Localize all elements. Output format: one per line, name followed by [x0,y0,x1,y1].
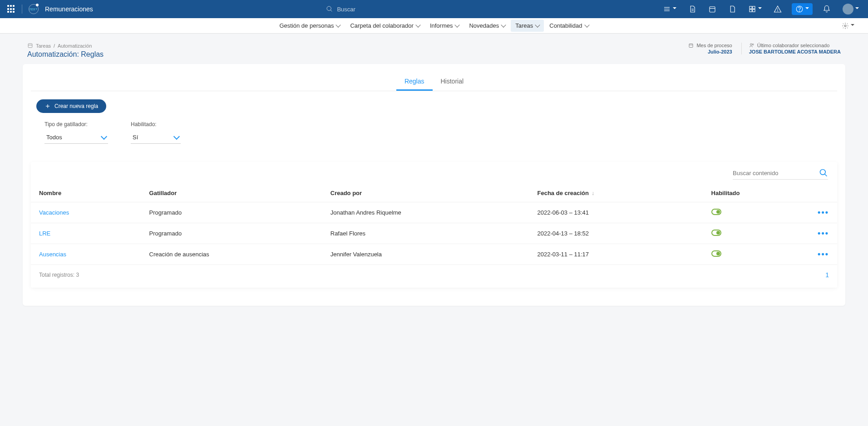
row-actions-button[interactable]: ••• [818,208,829,217]
column-header[interactable] [809,184,837,202]
plus-icon [44,103,51,109]
sub-nav-item-5[interactable]: Contabilidad [545,20,593,32]
filter-trigger-type: Tipo de gatillador: Todos [44,121,108,144]
row-actions-button[interactable]: ••• [818,250,829,259]
enabled-toggle[interactable] [711,209,721,215]
table-row: AusenciasCreación de ausenciasJennifer V… [31,244,837,265]
trigger-type-select[interactable]: Todos [44,131,108,144]
svg-point-26 [820,170,826,175]
grid-icon[interactable] [746,3,764,15]
breadcrumb-current: Automatización [58,43,92,49]
help-button[interactable] [792,3,813,15]
table-search-input[interactable] [733,170,814,176]
document-icon[interactable] [686,3,698,15]
column-header[interactable]: Nombre [31,184,141,202]
table-footer: Total registros: 3 1 [31,265,837,279]
page-icon[interactable] [726,3,738,15]
bell-icon[interactable] [821,3,833,15]
chevron-down-icon [101,133,107,139]
rule-date: 2022-04-13 – 18:52 [529,223,703,244]
table-search-box[interactable] [733,168,828,180]
tab-historial[interactable]: Historial [433,77,472,91]
breadcrumb-icon [27,43,33,49]
rule-trigger: Programado [141,202,322,223]
rule-creator: Rafael Flores [322,223,529,244]
avatar-icon [843,4,853,15]
svg-rect-9 [750,6,752,9]
user-menu[interactable] [841,2,861,16]
app-logo-icon[interactable]: rex+ [29,4,39,14]
enabled-toggle[interactable] [711,230,721,236]
column-header[interactable]: Habilitado [703,184,810,202]
svg-rect-11 [750,10,752,12]
column-header[interactable]: Creado por [322,184,529,202]
warning-icon[interactable] [772,3,784,15]
process-month: Mes de proceso Julio-2023 [681,43,732,54]
svg-point-17 [844,25,846,27]
sub-nav-item-0[interactable]: Gestión de personas [275,20,345,32]
svg-point-14 [778,10,778,11]
svg-point-23 [752,44,754,45]
top-bar-left: rex+ Remuneraciones [7,4,93,14]
create-rule-button[interactable]: Crear nueva regla [36,99,106,113]
sub-nav-item-1[interactable]: Carpeta del colaborador [345,20,424,32]
chevron-down-icon [415,22,420,27]
menu-list-icon[interactable] [661,3,678,15]
sub-nav-item-3[interactable]: Novedades [464,20,510,32]
svg-rect-20 [689,44,693,48]
pagination-page[interactable]: 1 [825,271,829,279]
enabled-select[interactable]: Sí [131,131,181,144]
rules-table: NombreGatilladorCreado porFecha de creac… [31,184,837,265]
app-name: Remuneraciones [45,5,93,13]
rule-creator: Jonathan Andres Riquelme [322,202,529,223]
sort-arrow-icon: ↓ [592,190,594,196]
sub-nav-item-4[interactable]: Tareas [511,20,544,32]
svg-rect-18 [28,44,32,48]
main-card: ReglasHistorial Crear nueva regla Tipo d… [23,64,845,306]
tab-reglas[interactable]: Reglas [396,77,433,91]
enabled-toggle[interactable] [711,250,721,257]
calendar-small-icon [688,43,694,48]
top-bar-right [661,2,861,16]
chevron-down-icon [501,22,506,27]
rule-name-link[interactable]: LRE [39,230,50,237]
last-collaborator: Último colaborador seleccionado JOSE BAR… [741,43,841,54]
header-meta-group: Mes de proceso Julio-2023 Último colabor… [681,43,841,54]
settings-gear-icon[interactable] [842,22,854,29]
rule-date: 2022-06-03 – 13:41 [529,202,703,223]
rule-trigger: Creación de ausencias [141,244,322,265]
svg-line-1 [330,10,332,11]
rule-date: 2022-03-11 – 11:17 [529,244,703,265]
chevron-down-icon [173,133,180,139]
tabs: ReglasHistorial [31,77,837,91]
search-box[interactable] [326,5,428,13]
chevron-down-icon [535,22,540,27]
sub-nav-item-2[interactable]: Informes [425,20,464,32]
column-header[interactable]: Fecha de creación↓ [529,184,703,202]
search-icon [819,168,828,177]
search-icon [326,5,333,13]
page-title: Automatización: Reglas [27,50,104,59]
svg-rect-12 [753,10,755,12]
column-header[interactable]: Gatillador [141,184,322,202]
calendar-icon[interactable] [706,3,718,15]
sub-nav: Gestión de personasCarpeta del colaborad… [0,18,868,34]
rules-table-container: NombreGatilladorCreado porFecha de creac… [31,162,837,288]
breadcrumb-parent[interactable]: Tareas [36,43,51,49]
rule-name-link[interactable]: Ausencias [39,251,66,258]
svg-point-0 [327,6,331,10]
filters: Tipo de gatillador: Todos Habilitado: Sí [44,121,837,144]
table-row: LREProgramadoRafael Flores2022-04-13 – 1… [31,223,837,244]
breadcrumb: Tareas / Automatización [27,43,104,49]
search-input[interactable] [337,6,428,13]
svg-rect-7 [710,7,715,12]
chevron-down-icon [455,22,460,27]
rule-name-link[interactable]: Vacaciones [39,209,69,216]
user-small-icon [749,43,755,48]
table-row: VacacionesProgramadoJonathan Andres Riqu… [31,202,837,223]
page-header: Tareas / Automatización Automatización: … [0,34,868,64]
chevron-down-icon [336,22,341,27]
svg-point-16 [799,11,800,11]
apps-grid-icon[interactable] [7,5,15,13]
row-actions-button[interactable]: ••• [818,229,829,238]
